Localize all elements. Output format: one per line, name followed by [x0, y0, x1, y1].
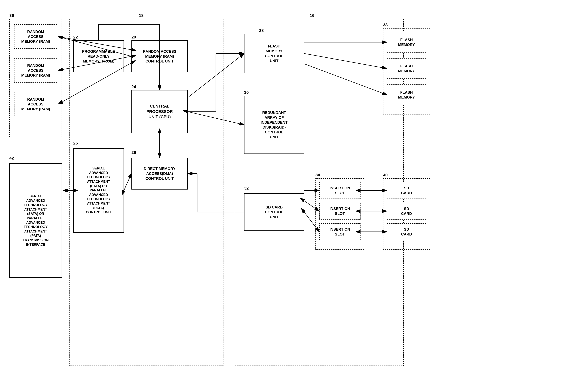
- label-24: 24: [131, 84, 136, 89]
- box-ram2: RANDOMACCESSMEMORY (RAM): [14, 58, 57, 82]
- box-sd3: SDCARD: [387, 223, 426, 240]
- box-sd1: SDCARD: [387, 182, 426, 199]
- diagram: 36 RANDOMACCESSMEMORY (RAM) RANDOMACCESS…: [0, 0, 574, 392]
- box-ram1: RANDOMACCESSMEMORY (RAM): [14, 24, 57, 49]
- box-flash2: FLASHMEMORY: [387, 58, 426, 79]
- label-38: 38: [383, 22, 388, 27]
- box-sata-int: SERIALADVANCEDTECHNOLOGYATTACHMENT(SATA)…: [73, 148, 124, 233]
- label-32: 32: [244, 186, 249, 191]
- label-26: 26: [131, 150, 136, 155]
- box-cpu: CENTRALPROCESSORUNIT (CPU): [131, 90, 188, 133]
- box-ram3: RANDOMACCESSMEMORY (RAM): [14, 92, 57, 116]
- label-28: 28: [259, 28, 264, 33]
- box-flash3: FLASHMEMORY: [387, 84, 426, 105]
- label-20: 20: [131, 35, 136, 39]
- box-sd2: SDCARD: [387, 203, 426, 219]
- box-flash1: FLASHMEMORY: [387, 32, 426, 53]
- box-slot1: INSERTIONSLOT: [319, 182, 361, 199]
- box-raid: REDUNDANTARRAY OFINDEPENDENTDISKS(RAID)C…: [244, 96, 304, 154]
- box-ram-ctrl: RANDOM ACCESSMEMORY (RAM)CONTROL UNIT: [131, 40, 188, 72]
- box-flash-mem-ctrl: FLASHMEMORYCONTROLUNIT: [244, 34, 304, 73]
- label-42: 42: [9, 156, 14, 161]
- label-34: 34: [315, 173, 320, 177]
- label-16: 16: [310, 13, 314, 18]
- box-sd-ctrl: SD CARDCONTROLUNIT: [244, 193, 304, 231]
- box-sata-ext: SERIALADVANCEDTECHNOLOGYATTACHMENT(SATA)…: [9, 163, 62, 278]
- label-25: 25: [73, 141, 78, 146]
- label-30: 30: [244, 90, 249, 95]
- box-prom: PROGRAMMABLEREAD-ONLYMEMORY (PROM): [73, 40, 124, 72]
- box-slot3: INSERTIONSLOT: [319, 223, 361, 240]
- box-dma: DIRECT MEMORYACCESS(DMA)CONTROL UNIT: [131, 158, 188, 190]
- label-18: 18: [139, 13, 144, 18]
- box-slot2: INSERTIONSLOT: [319, 203, 361, 219]
- label-40: 40: [383, 173, 388, 177]
- label-22: 22: [73, 35, 78, 39]
- label-36: 36: [9, 13, 14, 18]
